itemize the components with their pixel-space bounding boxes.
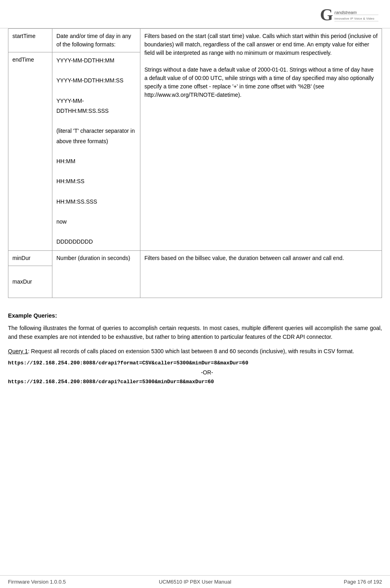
desc-cell-starttime-endtime: Filters based on the start (call start t… — [140, 29, 382, 251]
desc-text-main: Filters based on the start (call start t… — [144, 32, 378, 57]
footer-firmware: Firmware Version 1.0.0.5 — [8, 579, 66, 585]
param-label: endTime — [12, 56, 34, 63]
format-cell-endtime: YYYY-MM-DDTHH:MM YYYY-MM-DDTHH:MM:SS YYY… — [52, 52, 140, 251]
format-item: YYYY-MM-DDTHH:MM:SS.SSS — [56, 96, 136, 116]
table-row: startTime Date and/or time of day in any… — [8, 29, 382, 52]
footer-page: Page 176 of 192 — [344, 579, 382, 585]
param-cell-starttime: startTime — [8, 29, 52, 52]
query1-line: Query 1: Request all records of calls pl… — [8, 347, 382, 356]
format-item: HH:MM — [56, 156, 136, 166]
page-footer: Firmware Version 1.0.0.5 UCM6510 IP PBX … — [0, 575, 390, 588]
svg-text:Innovative IP Voice & Video: Innovative IP Voice & Video — [334, 17, 374, 20]
format-item: HH:MM:SS.SSS — [56, 197, 136, 207]
format-item: (literal 'T' character separator in abov… — [56, 126, 136, 146]
param-cell-maxdur: maxDur — [8, 266, 52, 298]
parameters-table-container: startTime Date and/or time of day in any… — [8, 28, 382, 298]
format-item: DDDDDDDDD — [56, 237, 136, 247]
param-cell-mindur: minDur — [8, 250, 52, 266]
format-cell-starttime: Date and/or time of day in any of the fo… — [52, 29, 140, 52]
desc-text: Filters based on the billsec value, the … — [144, 254, 378, 262]
format-item: YYYY-MM-DDTHH:MM — [56, 56, 136, 66]
grandstream-logo: G randstream Innovative IP Voice & Video — [319, 5, 381, 25]
content-area: Example Queries: The following illustrat… — [0, 298, 390, 385]
query1-text: Request all records of calls placed on e… — [30, 348, 354, 354]
desc-cell-dur: Filters based on the billsec value, the … — [140, 250, 382, 298]
param-cell-endtime: endTime — [8, 52, 52, 251]
logo-area: G randstream Innovative IP Voice & Video — [318, 4, 382, 26]
intro-paragraph: The following illustrates the format of … — [8, 324, 382, 342]
format-text: Number (duration in seconds) — [56, 254, 136, 262]
param-label: minDur — [12, 255, 30, 261]
page-wrapper: G randstream Innovative IP Voice & Video… — [0, 0, 390, 588]
footer-title: UCM6510 IP PBX User Manual — [159, 579, 231, 585]
format-item: HH:MM:SS — [56, 176, 136, 186]
query1-url2: https://192.168.254.200:8088/cdrapi?call… — [8, 379, 382, 385]
svg-text:randstream: randstream — [334, 10, 357, 15]
param-label: startTime — [12, 33, 36, 39]
example-queries-heading: Example Queries: — [8, 312, 382, 319]
format-item: YYYY-MM-DDTHH:MM:SS — [56, 76, 136, 86]
desc-text-extra: Strings without a date have a default va… — [144, 66, 378, 99]
format-cell-dur: Number (duration in seconds) — [52, 250, 140, 298]
page-header: G randstream Innovative IP Voice & Video — [0, 0, 390, 28]
table-row: minDur Number (duration in seconds) Filt… — [8, 250, 382, 266]
format-text: Date and/or time of day in any of the fo… — [56, 33, 131, 48]
parameters-table: startTime Date and/or time of day in any… — [8, 28, 382, 298]
query1-label: Query 1 — [8, 348, 28, 354]
format-item: now — [56, 217, 136, 227]
query1-url1: https://192.168.254.200:8088/cdrapi?form… — [8, 360, 382, 366]
query1-or: -OR- — [32, 369, 382, 376]
svg-text:G: G — [320, 6, 333, 24]
param-label: maxDur — [12, 278, 32, 285]
